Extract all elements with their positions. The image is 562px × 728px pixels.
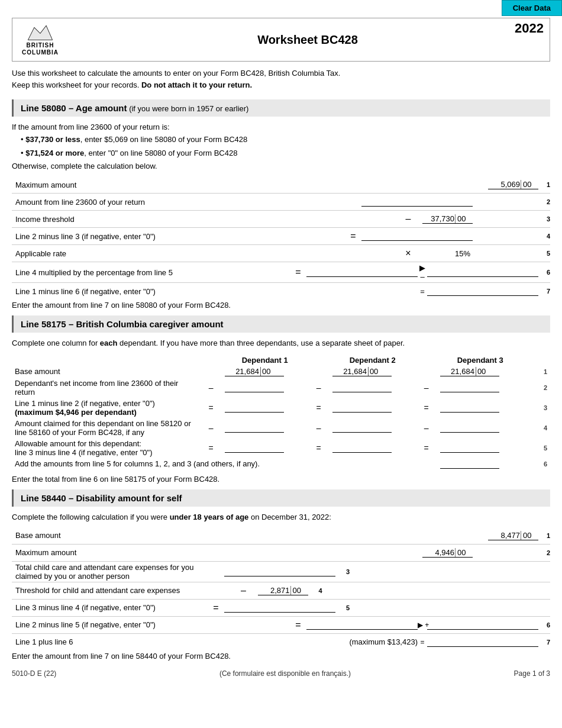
section1-row4: Line 2 minus line 3 (if negative, enter …: [12, 229, 550, 243]
s1r4-input-box[interactable]: [361, 231, 473, 241]
s1r6-input[interactable]: [306, 268, 406, 276]
bullet3: Otherwise, complete the calculation belo…: [12, 160, 550, 173]
cr3-dep1-input[interactable]: [225, 403, 263, 412]
s1r6-val[interactable]: [306, 268, 418, 277]
s3r3-val[interactable]: [224, 567, 335, 576]
s3r1-label: Base amount: [12, 531, 400, 540]
s1r6-input-box[interactable]: [306, 268, 418, 277]
cr2-dep1[interactable]: [222, 378, 308, 398]
section1-calc: Maximum amount 5,069 00 1 Amount from li…: [12, 178, 550, 298]
cr5-dep3[interactable]: [437, 438, 524, 458]
s1r2-label: Amount from line 23600 of your return: [12, 198, 345, 207]
s1r7-result-box[interactable]: [427, 286, 538, 296]
bc-logo: BRITISH COLUMBIA: [20, 23, 61, 56]
s1r4-input[interactable]: [361, 231, 461, 240]
cr6-total-input[interactable]: [440, 459, 479, 468]
cr2-dep1-input[interactable]: [225, 383, 263, 392]
clear-data-button[interactable]: Clear Data: [502, 0, 562, 16]
cr2-dep3[interactable]: [437, 378, 524, 398]
cr4-dep3-input[interactable]: [440, 423, 479, 432]
s3r5: Line 3 minus line 4 (if negative, enter …: [12, 601, 550, 615]
s3r6-linenum: 6: [538, 621, 550, 629]
s3r5-linenum: 5: [338, 604, 350, 611]
s1r6-res[interactable]: [427, 268, 538, 277]
cr5-dep3-input[interactable]: [440, 443, 479, 452]
footer-form-code: 5010-D E (22): [12, 669, 56, 678]
section1-note: Enter the amount from line 7 on line 580…: [12, 301, 550, 310]
s1r7-result-input[interactable]: [427, 286, 527, 295]
s3r4-op: –: [235, 585, 252, 596]
s3r6-val[interactable]: [306, 620, 418, 630]
s1r1-linenum: 1: [538, 181, 550, 188]
cr4-dep1[interactable]: [222, 418, 308, 438]
s3r3-label: Total child care and attendant care expe…: [12, 563, 208, 581]
cr1-op3: [415, 366, 437, 378]
s3r7-result-input[interactable]: [427, 637, 527, 646]
cr6-total[interactable]: [437, 458, 524, 470]
bc-logo-text: BRITISH COLUMBIA: [22, 42, 59, 56]
intro-line2: Keep this worksheet for your records. Do…: [12, 79, 550, 91]
cr1-op1: [201, 366, 222, 378]
s1r2-input[interactable]: [361, 197, 461, 206]
s1r4-val[interactable]: [361, 231, 473, 241]
s3r6-result-input[interactable]: [427, 620, 527, 629]
cr5-dep1-input[interactable]: [225, 443, 263, 452]
s3r6-op: =: [290, 620, 306, 630]
s3r6-input[interactable]: [306, 620, 406, 629]
s1r1-label: Maximum amount: [12, 181, 400, 189]
caregiver-row3: Line 1 minus line 2 (if negative, enter …: [12, 398, 550, 418]
s1r2-val[interactable]: [361, 197, 473, 207]
s1r3-display: 37,730 00: [422, 214, 473, 224]
cr4-dep3[interactable]: [437, 418, 524, 438]
s1r7-linenum: 7: [538, 288, 550, 295]
cr3-dep1[interactable]: [222, 398, 308, 418]
s3r4-label: Threshold for child and attendant care e…: [12, 586, 235, 595]
cr4-dep1-input[interactable]: [225, 423, 263, 432]
cr6-linenum: 6: [523, 458, 550, 470]
s3r5-label: Line 3 minus line 4 (if negative, enter …: [12, 603, 208, 612]
s3r6-res[interactable]: [427, 620, 538, 630]
cr3-dep2[interactable]: [330, 398, 416, 418]
s3r5-val[interactable]: [224, 603, 335, 613]
cr2-op3: –: [415, 378, 437, 398]
cr3-op3: =: [415, 398, 437, 418]
cr3-dep3-input[interactable]: [440, 403, 479, 412]
cr5-dep2-input[interactable]: [332, 443, 371, 452]
cr2-label: Dependant's net income from line 23600 o…: [12, 378, 201, 398]
s1r7-res[interactable]: [427, 286, 538, 296]
svg-marker-2: [39, 28, 41, 30]
cr3-dep2-input[interactable]: [332, 403, 371, 412]
s1r6-result-box[interactable]: [427, 268, 538, 277]
s1r5-op: ×: [400, 248, 416, 259]
s1r3-linenum: 3: [538, 215, 550, 223]
s3r4-linenum: 4: [311, 587, 322, 594]
cr5-op1: =: [201, 438, 222, 458]
s3r7-res[interactable]: [427, 637, 538, 647]
s3r7-val: (maximum $13,423): [349, 637, 418, 646]
s1r5-label: Applicable rate: [12, 249, 400, 258]
cr2-dep2[interactable]: [330, 378, 416, 398]
s3r1-linenum: 1: [538, 532, 550, 539]
cr4-op3: –: [415, 418, 437, 438]
cr3-op2: =: [308, 398, 330, 418]
caregiver-th-label: [12, 355, 201, 366]
cr3-dep3[interactable]: [437, 398, 524, 418]
s3r3-input[interactable]: [224, 567, 324, 576]
section3-calc: Base amount 8,477 00 1 Maximum amount 4,…: [12, 529, 550, 649]
caregiver-row6: Add the amounts from line 5 for columns …: [12, 458, 550, 470]
section3-intro: Complete the following calculation if yo…: [12, 511, 550, 524]
cr2-dep3-input[interactable]: [440, 383, 479, 392]
cr5-dep2[interactable]: [330, 438, 416, 458]
s3r5-input[interactable]: [224, 603, 324, 612]
cr5-dep1[interactable]: [222, 438, 308, 458]
s3r4: Threshold for child and attendant care e…: [12, 584, 550, 598]
s3r7-linenum: 7: [538, 639, 550, 646]
s1r5-linenum: 5: [538, 250, 550, 257]
cr2-dep2-input[interactable]: [332, 383, 371, 392]
cr4-dep2-input[interactable]: [332, 423, 371, 432]
s1r6-result-input[interactable]: [427, 268, 527, 276]
s1r2-input-box[interactable]: [361, 197, 473, 207]
cr4-dep2[interactable]: [330, 418, 416, 438]
dep2-header: Dependant 2: [330, 355, 416, 366]
bullet2: • $71,524 or more, enter "0" on line 580…: [21, 147, 550, 160]
